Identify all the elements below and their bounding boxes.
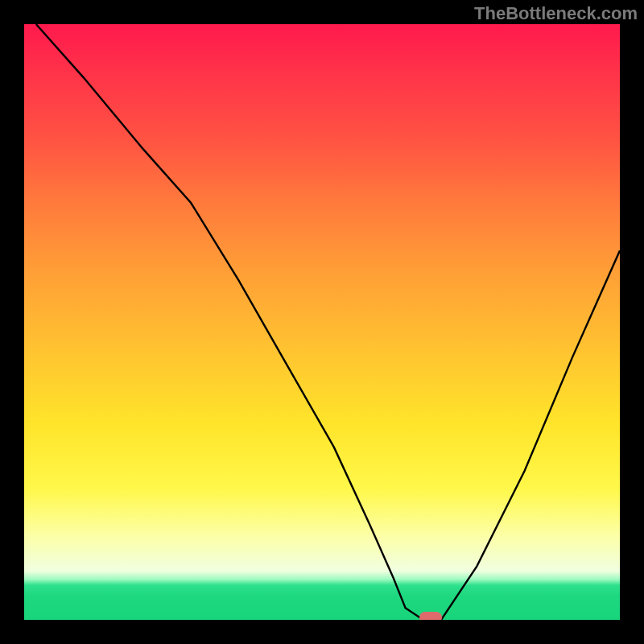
optimal-point-marker (419, 612, 442, 620)
chart-plot-area (24, 24, 620, 620)
line-curve (24, 24, 620, 620)
watermark-text: TheBottleneck.com (474, 3, 638, 24)
